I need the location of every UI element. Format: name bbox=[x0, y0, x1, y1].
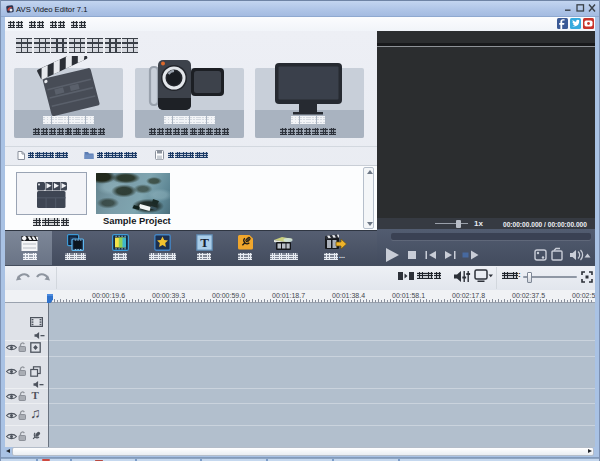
svg-text:T: T bbox=[200, 235, 209, 250]
